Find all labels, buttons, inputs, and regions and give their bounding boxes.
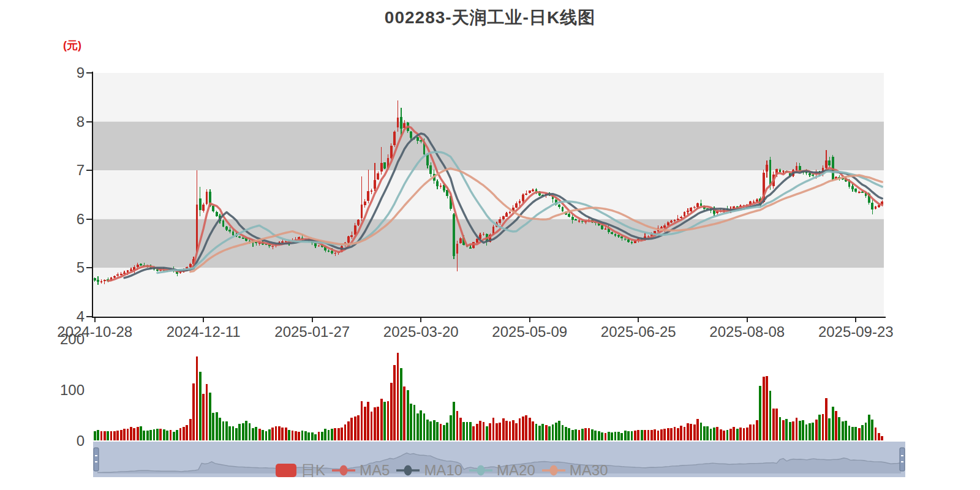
- volume-bar: [113, 431, 116, 440]
- volume-bar: [785, 419, 788, 440]
- line-dot-legend-marker: [469, 463, 492, 478]
- volume-bar: [723, 431, 725, 440]
- volume-bar: [268, 429, 271, 440]
- volume-bar: [779, 417, 782, 440]
- candle-body: [667, 222, 669, 226]
- volume-bar: [822, 414, 824, 440]
- candle-body: [383, 162, 386, 168]
- volume-bar: [753, 424, 755, 440]
- volume-bar: [552, 424, 554, 440]
- date-tick-label: 2025-05-09: [492, 323, 567, 341]
- volume-bar: [598, 431, 600, 440]
- price-tick-label: 5: [54, 259, 85, 276]
- volume-bar: [637, 430, 639, 440]
- volume-bar: [878, 433, 880, 440]
- candle-body: [558, 205, 560, 208]
- candle-body: [331, 251, 333, 253]
- candle-body: [357, 220, 360, 225]
- candle-body: [377, 173, 379, 180]
- volume-bar: [426, 420, 429, 440]
- volume-bar: [868, 415, 870, 440]
- volume-bar: [706, 426, 709, 440]
- volume-bar: [262, 430, 264, 440]
- volume-bar: [736, 429, 739, 440]
- volume-bar: [433, 420, 435, 440]
- volume-bar: [789, 422, 791, 440]
- kline-chart-window: 002283-天润工业-日K线图 (元) 987654 2024-10-2820…: [0, 0, 980, 490]
- legend-item-ma20[interactable]: MA20: [469, 462, 535, 479]
- legend-item-ma10[interactable]: MA10: [396, 462, 462, 479]
- line-dot-legend-marker: [396, 463, 420, 478]
- candle-body: [677, 219, 679, 221]
- volume-bar: [851, 427, 854, 440]
- volume-bar: [591, 429, 594, 440]
- volume-bar: [775, 409, 778, 440]
- chart-title: 002283-天润工业-日K线图: [0, 6, 980, 29]
- line-dot-legend-marker: [332, 463, 355, 478]
- candle-body: [502, 216, 505, 220]
- candle-body: [225, 227, 228, 229]
- volume-bar: [420, 410, 422, 440]
- volume-bar: [298, 432, 300, 440]
- volume-bar: [443, 425, 445, 440]
- legend-item-ma30[interactable]: MA30: [542, 462, 608, 479]
- volume-bar: [173, 432, 175, 440]
- candle-body: [440, 186, 442, 187]
- candle-body: [116, 274, 119, 276]
- volume-bar: [743, 428, 745, 440]
- volume-bar: [176, 430, 178, 440]
- volume-bar: [875, 428, 877, 440]
- volume-bar: [450, 415, 452, 440]
- slider-left-handle[interactable]: [94, 448, 99, 471]
- candle-body: [568, 214, 570, 216]
- volume-bar: [123, 429, 126, 440]
- candle-body: [505, 213, 508, 216]
- legend-item-ma5[interactable]: MA5: [332, 462, 390, 479]
- volume-bar: [453, 402, 455, 440]
- date-tick-label: 2025-09-23: [818, 323, 894, 341]
- volume-bar: [756, 420, 758, 440]
- volume-bar: [541, 424, 544, 440]
- volume-bar: [186, 425, 188, 440]
- price-tick-label: 8: [54, 113, 85, 130]
- volume-bar: [660, 429, 663, 440]
- volume-bar: [364, 407, 366, 440]
- volume-bar: [347, 421, 350, 440]
- candle-body: [782, 171, 785, 172]
- candle-body: [281, 241, 284, 243]
- date-tick-label: 2024-12-11: [167, 323, 241, 341]
- volume-bar: [292, 431, 294, 440]
- volume-bar: [729, 429, 732, 440]
- candle-body: [578, 221, 581, 222]
- volume-bar: [245, 421, 247, 440]
- candle-body: [620, 236, 623, 238]
- candle-body: [693, 207, 696, 208]
- volume-bar: [166, 431, 168, 440]
- legend-item-daily-k[interactable]: 日K: [276, 461, 325, 480]
- volume-bar: [242, 423, 244, 440]
- volume-bar: [133, 428, 135, 440]
- volume-bar: [238, 424, 241, 440]
- volume-bar: [334, 428, 336, 440]
- candle-body: [878, 205, 880, 207]
- volume-bar: [845, 421, 847, 440]
- volume-bar: [703, 426, 706, 440]
- volume-bar: [472, 426, 475, 440]
- volume-bar: [627, 431, 630, 440]
- volume-bar: [278, 426, 281, 440]
- volume-bar: [232, 426, 235, 440]
- volume-bar: [459, 418, 462, 440]
- slider-right-handle[interactable]: [900, 448, 905, 471]
- candle-body: [680, 217, 682, 218]
- candle-body: [799, 166, 801, 170]
- price-tick-mark: [86, 316, 92, 317]
- candle-body: [601, 225, 603, 229]
- candle-body: [328, 251, 330, 252]
- volume-bar: [825, 398, 827, 440]
- candle-body: [196, 205, 198, 252]
- volume-bar: [344, 424, 347, 440]
- volume-bar: [137, 427, 139, 440]
- candle-body: [522, 195, 524, 201]
- volume-bar: [440, 424, 442, 440]
- candle-body: [361, 205, 363, 218]
